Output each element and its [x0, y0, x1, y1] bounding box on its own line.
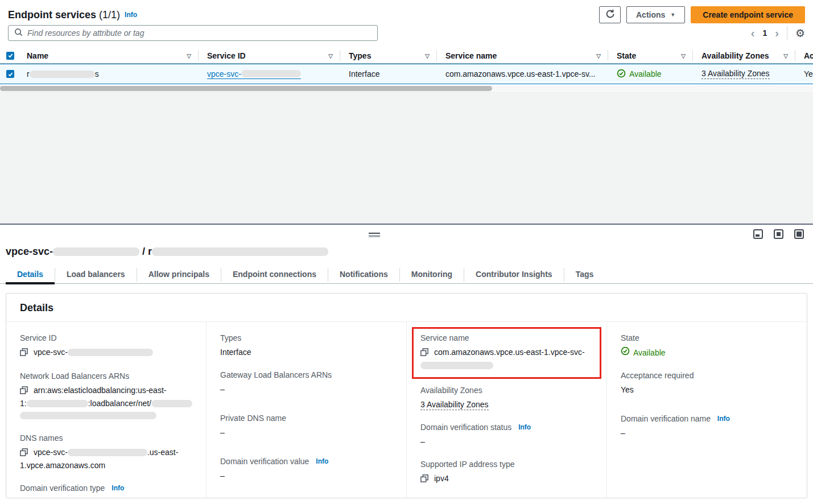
filter-icon: ▽ — [425, 52, 430, 59]
redacted-text — [420, 362, 493, 369]
page-title: Endpoint services — [8, 9, 96, 21]
filter-icon: ▽ — [187, 52, 191, 59]
page-info-link[interactable]: Info — [125, 11, 137, 19]
row-types-cell: Interface — [340, 64, 436, 84]
panel-size-small-button[interactable] — [753, 229, 763, 239]
info-link[interactable]: Info — [717, 415, 730, 423]
field-types: Types Interface — [220, 333, 393, 358]
details-card-title: Details — [6, 294, 807, 322]
details-column-1: Service ID vpce-svc- Network Load Balanc… — [6, 322, 206, 498]
row-service-name-cell: com.amazonaws.vpce.us-east-1.vpce-sv... — [436, 64, 608, 84]
field-private-dns-name: Private DNS name – — [220, 414, 393, 439]
endpoint-services-page: Endpoint services (1/1) Info Actions ▼ C… — [0, 0, 813, 504]
field-availability-zones: Availability Zones 3 Availability Zones — [420, 386, 593, 411]
info-link[interactable]: Info — [316, 457, 328, 465]
split-panel-drag-handle[interactable] — [369, 233, 380, 237]
field-service-name-highlighted: Service name com.amazonaws.vpce.us-east-… — [412, 327, 601, 379]
search-icon — [14, 28, 23, 39]
redacted-text — [27, 400, 88, 407]
select-all-checkbox[interactable] — [6, 52, 14, 60]
tab-notifications[interactable]: Notifications — [328, 266, 399, 284]
field-state: State Available — [621, 333, 793, 359]
redacted-text — [151, 400, 192, 407]
redacted-text — [152, 247, 328, 256]
status-badge: Available — [629, 69, 662, 79]
tab-load-balancers[interactable]: Load balancers — [55, 266, 137, 284]
tab-details[interactable]: Details — [6, 266, 55, 284]
field-domain-verification-name: Domain verification name Info – — [621, 414, 793, 439]
row-checkbox-cell — [0, 64, 20, 84]
select-all-checkbox-cell — [0, 48, 20, 63]
tab-endpoint-connections[interactable]: Endpoint connections — [221, 266, 328, 284]
redacted-text — [68, 349, 153, 356]
search-input[interactable] — [27, 28, 372, 38]
info-link[interactable]: Info — [112, 484, 124, 492]
column-header-service-id[interactable]: Service ID ▽ — [198, 48, 340, 63]
filter-icon: ▽ — [328, 52, 333, 59]
copy-icon[interactable] — [420, 348, 428, 360]
create-endpoint-service-button[interactable]: Create endpoint service — [691, 6, 805, 23]
field-domain-verification-type: Domain verification type Info – — [20, 484, 192, 498]
check-circle-icon — [617, 69, 626, 80]
status-badge: Available — [633, 347, 666, 359]
availability-zones-link[interactable]: 3 Availability Zones — [420, 400, 489, 410]
availability-zones-link[interactable]: 3 Availability Zones — [701, 69, 770, 79]
field-gateway-lb-arns: Gateway Load Balancers ARNs – — [220, 370, 393, 395]
row-service-id-cell: vpce-svc- — [198, 64, 340, 84]
refresh-button[interactable] — [599, 6, 621, 23]
details-column-2: Types Interface Gateway Load Balancers A… — [206, 322, 406, 498]
split-panel: vpce-svc- / r Details Load balancers All… — [0, 224, 813, 504]
filter-icon: ▽ — [681, 52, 686, 59]
details-card: Details Service ID vpce-svc- Network Loa… — [6, 293, 807, 498]
chevron-down-icon: ▼ — [670, 12, 675, 18]
details-column-4: State Available Acceptance required — [606, 322, 807, 498]
field-domain-verification-status: Domain verification status Info – — [420, 423, 593, 448]
column-header-service-name[interactable]: Service name ▽ — [436, 48, 608, 63]
content-background — [0, 92, 813, 224]
service-id-link[interactable]: vpce-svc- — [207, 69, 301, 79]
actions-button-label: Actions — [636, 10, 665, 19]
tab-allow-principals[interactable]: Allow principals — [137, 266, 221, 284]
horizontal-scrollbar — [0, 86, 813, 91]
copy-icon[interactable] — [20, 448, 28, 460]
tab-monitoring[interactable]: Monitoring — [400, 266, 464, 284]
tab-tags[interactable]: Tags — [564, 266, 605, 284]
column-header-acceptance-required[interactable]: Acceptance required — [795, 48, 813, 63]
horizontal-scrollbar-thumb[interactable] — [0, 86, 492, 91]
next-page-button[interactable]: › — [775, 27, 779, 39]
table-row[interactable]: rs vpce-svc- Interface com.amazonaws.vpc… — [0, 64, 813, 84]
field-nlb-arns: Network Load Balancers ARNs arn:aws:elas… — [20, 371, 192, 422]
field-dns-names: DNS names vpce-svc-.us-east- 1.vpce.amaz… — [20, 433, 192, 472]
refresh-icon — [605, 9, 615, 20]
copy-icon[interactable] — [20, 348, 28, 360]
toolbar-buttons: Actions ▼ Create endpoint service — [599, 6, 805, 23]
divider — [787, 26, 787, 40]
field-service-id: Service ID vpce-svc- — [20, 333, 192, 360]
current-page-number[interactable]: 1 — [762, 28, 767, 38]
resource-count: (1/1) — [99, 9, 120, 21]
filter-icon: ▽ — [596, 52, 601, 59]
column-header-state[interactable]: State ▽ — [608, 48, 692, 63]
row-checkbox[interactable] — [6, 70, 14, 78]
search-row: ‹ 1 › ⚙ — [8, 25, 805, 41]
gear-icon[interactable]: ⚙ — [795, 28, 805, 39]
copy-icon[interactable] — [420, 474, 428, 486]
tab-contributor-insights[interactable]: Contributor Insights — [464, 266, 564, 284]
panel-title: vpce-svc- / r — [6, 246, 328, 258]
column-header-types[interactable]: Types ▽ — [340, 48, 436, 63]
copy-icon[interactable] — [20, 386, 28, 398]
panel-size-medium-button[interactable] — [774, 229, 783, 239]
previous-page-button[interactable]: ‹ — [751, 27, 755, 39]
column-header-availability-zones[interactable]: Availability Zones ▽ — [692, 48, 795, 63]
column-header-name[interactable]: Name ▽ — [20, 48, 198, 63]
panel-size-large-button[interactable] — [794, 229, 804, 239]
search-box — [8, 25, 378, 41]
row-availability-zones-cell: 3 Availability Zones — [692, 64, 795, 84]
info-link[interactable]: Info — [518, 423, 531, 431]
field-domain-verification-value: Domain verification value Info – — [220, 457, 393, 482]
field-acceptance-required: Acceptance required Yes — [621, 371, 793, 396]
actions-button[interactable]: Actions ▼ — [626, 6, 685, 23]
details-column-3: Service name com.amazonaws.vpce.us-east-… — [406, 322, 606, 498]
split-panel-size-controls — [753, 229, 804, 239]
redacted-text — [241, 70, 301, 77]
